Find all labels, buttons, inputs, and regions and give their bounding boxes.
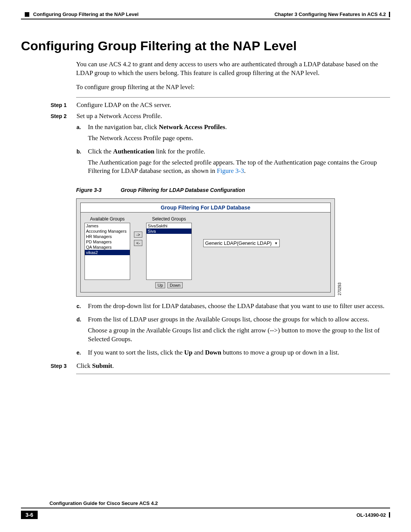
selected-groups-list[interactable]: SivaSakthi Siva [146, 223, 192, 280]
list-item[interactable]: James [85, 223, 130, 228]
up-button[interactable]: Up [155, 282, 165, 288]
substep-a-label: a. [76, 123, 88, 145]
move-left-button[interactable]: <- [134, 240, 142, 246]
ldap-database-select[interactable]: Generic LDAP(Generic LDAP) [203, 239, 280, 247]
header-chapter: Chapter 3 Configuring New Features in AC… [274, 11, 386, 17]
step-3-text: Click Submit. [76, 362, 390, 371]
substep-c-text: From the drop-down list for LDAP databas… [88, 302, 390, 311]
substep-d-label: d. [76, 315, 88, 346]
substep-b-label: b. [76, 147, 88, 178]
figure-link[interactable]: Figure 3-3 [217, 167, 244, 174]
steps-top-rule [76, 97, 390, 98]
figure-image-id: 270293 [338, 283, 342, 295]
step-3-label: Step 3 [51, 362, 76, 371]
intro-paragraph-1: You can use ACS 4.2 to grant and deny ac… [76, 60, 390, 78]
footer-rule [21, 508, 390, 508]
footer-doc-id: OL-14390-02 [357, 512, 386, 518]
steps-bottom-rule [76, 374, 390, 374]
list-item[interactable]: Siva [147, 228, 191, 234]
list-item[interactable]: Accounting Managers [85, 228, 130, 234]
substep-e-text: If you want to sort the lists, click the… [88, 348, 390, 357]
substep-a-line1: In the navigation bar, click Network Acc… [88, 123, 390, 132]
intro-paragraph-2: To configure group filtering at the NAP … [76, 83, 390, 92]
substep-d-line1: From the list of LDAP user groups in the… [88, 315, 390, 324]
figure-caption: Figure 3-3Group Filtering for LDAP Datab… [76, 187, 390, 193]
move-right-button[interactable]: -> [134, 232, 142, 238]
footer-guide-title: Configuration Guide for Cisco Secure ACS… [49, 500, 390, 506]
header-marker-icon [25, 12, 29, 17]
down-button[interactable]: Down [167, 282, 183, 288]
list-item[interactable]: QA Managers [85, 244, 130, 250]
list-item[interactable]: vikas2 [85, 250, 130, 255]
step-1-label: Step 1 [51, 101, 76, 110]
substep-b-line1: Click the Authentication link for the pr… [88, 147, 390, 156]
selected-groups-label: Selected Groups [152, 216, 186, 222]
available-groups-label: Available Groups [90, 216, 124, 222]
step-1-text: Configure LDAP on the ACS server. [76, 101, 390, 110]
header-rule [21, 19, 390, 19]
header-section: Configuring Group Filtering at the NAP L… [33, 11, 139, 17]
header-bar-icon [389, 12, 390, 17]
list-item[interactable]: SivaSakthi [147, 223, 191, 228]
substep-c-label: c. [76, 302, 88, 313]
step-2-text: Set up a Network Access Profile. [76, 112, 390, 121]
substep-e-label: e. [76, 348, 88, 359]
substep-d-line2: Choose a group in the Available Groups l… [88, 326, 390, 344]
list-item[interactable]: PD Managers [85, 239, 130, 244]
figure-3-3: Group Filtering For LDAP Database Availa… [76, 198, 335, 297]
substep-a-line2: The Network Access Profile page opens. [88, 134, 390, 143]
substep-b-line2: The Authentication page for the selected… [88, 158, 390, 176]
figure-panel-title: Group Filtering For LDAP Database [81, 203, 330, 212]
page-title: Configuring Group Filtering at the NAP L… [21, 38, 390, 53]
page-number: 3-6 [21, 511, 38, 519]
available-groups-list[interactable]: James Accounting Managers HR Managers PD… [84, 223, 130, 280]
list-item[interactable]: HR Managers [85, 234, 130, 239]
footer-bar-icon [389, 512, 390, 518]
step-2-label: Step 2 [51, 112, 76, 121]
